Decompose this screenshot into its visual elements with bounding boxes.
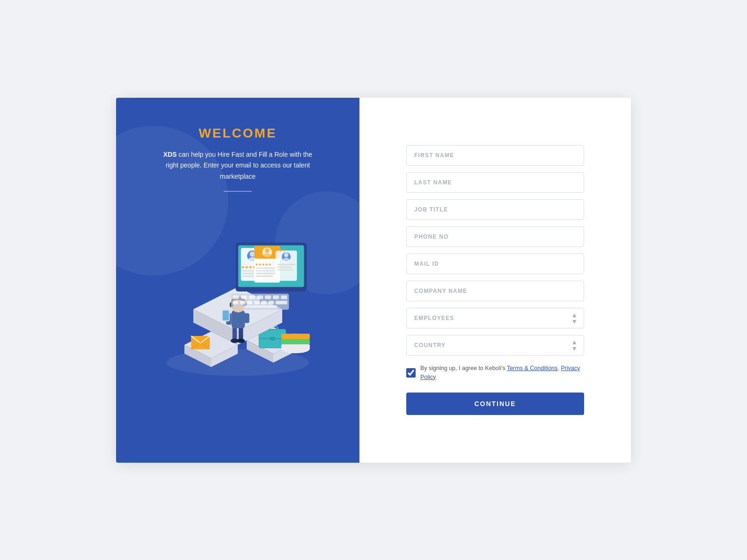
employees-select[interactable]: EMPLOYEES1-1011-5051-200201-500500+	[406, 308, 584, 328]
welcome-description: XDS can help you Hire Fast and Fill a Ro…	[158, 149, 317, 182]
svg-rect-31	[281, 334, 310, 339]
terms-checkbox[interactable]	[406, 368, 416, 378]
right-panel: EMPLOYEES1-1011-5051-200201-500500+ ▲▼ C…	[359, 98, 631, 463]
main-container: WELCOME XDS can help you Hire Fast and F…	[116, 98, 631, 463]
svg-rect-56	[256, 273, 277, 274]
svg-rect-76	[247, 301, 252, 305]
svg-rect-54	[256, 268, 278, 269]
svg-rect-62	[278, 264, 295, 265]
svg-rect-25	[223, 311, 229, 320]
terms-label[interactable]: By signing up, I agree to Keboli's Terms…	[420, 364, 584, 382]
terms-checkbox-wrapper	[406, 368, 416, 378]
employees-wrapper: EMPLOYEES1-1011-5051-200201-500500+ ▲▼	[406, 308, 584, 328]
svg-rect-67	[233, 295, 239, 299]
svg-rect-72	[273, 295, 279, 299]
mail-input[interactable]	[406, 254, 584, 274]
svg-rect-64	[278, 269, 293, 270]
checkbox-text: By signing up, I agree to Keboli's	[420, 365, 507, 371]
svg-rect-79	[269, 301, 274, 305]
svg-text:★★★★: ★★★★	[241, 264, 256, 269]
first-name-input[interactable]	[406, 145, 584, 166]
svg-rect-63	[278, 267, 292, 268]
svg-rect-77	[254, 301, 259, 305]
svg-rect-69	[249, 295, 255, 299]
description-text: can help you Hire Fast and Fill a Role w…	[166, 151, 312, 181]
svg-rect-19	[239, 327, 243, 341]
last-name-input[interactable]	[406, 172, 584, 193]
svg-point-60	[284, 253, 289, 257]
svg-point-61	[283, 258, 290, 263]
svg-rect-26	[244, 313, 249, 323]
svg-rect-14	[270, 337, 275, 341]
svg-rect-68	[241, 295, 247, 299]
svg-rect-74	[233, 301, 238, 305]
terms-link[interactable]: Terms & Conditions	[507, 365, 557, 371]
job-title-input[interactable]	[406, 199, 584, 220]
phone-input[interactable]	[406, 226, 584, 247]
svg-rect-35	[281, 344, 310, 349]
left-panel: WELCOME XDS can help you Hire Fast and F…	[116, 98, 359, 463]
welcome-title: WELCOME	[198, 126, 277, 141]
svg-rect-33	[281, 339, 310, 344]
continue-button[interactable]: CONTINUE	[406, 393, 584, 415]
svg-point-21	[237, 339, 245, 343]
svg-rect-57	[256, 276, 273, 277]
svg-rect-55	[256, 270, 275, 271]
svg-rect-73	[281, 295, 287, 299]
terms-row: By signing up, I agree to Keboli's Terms…	[406, 364, 584, 382]
svg-rect-80	[276, 301, 287, 305]
company-name-input[interactable]	[406, 281, 584, 301]
svg-rect-71	[265, 295, 271, 299]
svg-rect-70	[257, 295, 263, 299]
svg-rect-78	[261, 301, 266, 305]
svg-rect-75	[240, 301, 245, 305]
country-wrapper: COUNTRYUnited StatesUnited KingdomCanada…	[406, 335, 584, 356]
svg-text:★★★: ★★★	[275, 247, 286, 252]
svg-rect-22	[232, 311, 245, 328]
svg-rect-81	[243, 305, 277, 308]
svg-rect-18	[233, 327, 237, 341]
registration-form: EMPLOYEES1-1011-5051-200201-500500+ ▲▼ C…	[406, 145, 584, 415]
svg-point-51	[265, 248, 270, 253]
svg-text:★★★★★: ★★★★★	[255, 262, 271, 267]
divider	[224, 191, 252, 192]
illustration: ★★★★ ★★★★★	[149, 211, 327, 389]
svg-point-52	[263, 253, 271, 258]
brand-name: XDS	[163, 151, 177, 158]
country-select[interactable]: COUNTRYUnited StatesUnited KingdomCanada…	[406, 335, 584, 356]
